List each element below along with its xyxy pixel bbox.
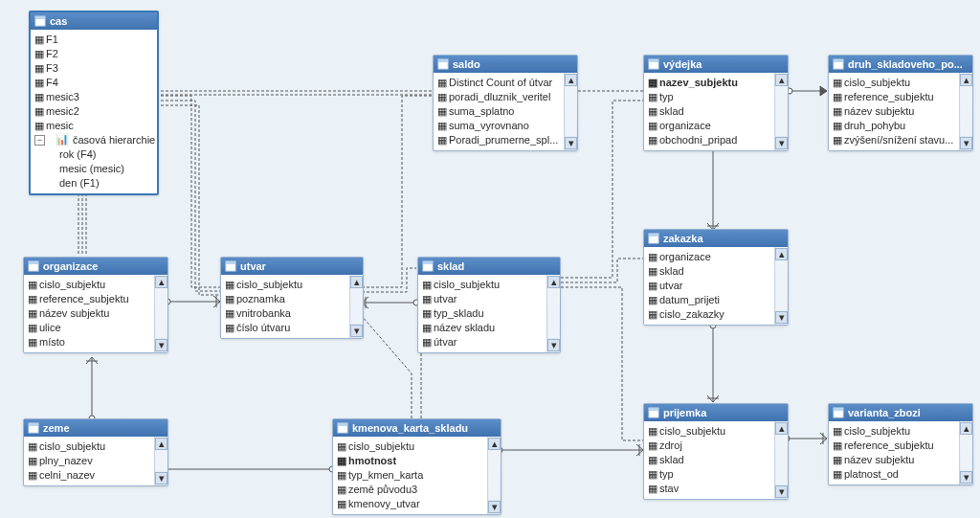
scrollbar[interactable]: ▴▾: [154, 275, 167, 352]
field[interactable]: ▦zvýšení/snížení stavu...: [831, 132, 959, 146]
scrollbar[interactable]: ▴▾: [959, 73, 972, 150]
table-kmenova[interactable]: kmenova_karta_skladu ▦cislo_subjektu ▦hm…: [332, 418, 501, 515]
scroll-down-icon[interactable]: ▾: [155, 472, 167, 484]
table-druh-sklad[interactable]: druh_skladoveho_po... ▦cislo_subjektu ▦r…: [828, 55, 973, 151]
field[interactable]: ▦sklad: [646, 103, 774, 118]
scrollbar[interactable]: ▴▾: [774, 247, 788, 325]
field[interactable]: ▦utvar: [420, 291, 546, 305]
field[interactable]: ▦suma_splatno: [435, 103, 564, 118]
field[interactable]: ▦mesic3: [33, 89, 157, 103]
scroll-up-icon[interactable]: ▴: [960, 422, 972, 435]
field[interactable]: ▦vnitrobanka: [223, 305, 349, 320]
field[interactable]: ▦typ_skladu: [420, 305, 546, 320]
table-header[interactable]: utvar: [221, 258, 363, 275]
table-utvar[interactable]: utvar ▦cislo_subjektu ▦poznamka ▦vnitrob…: [220, 257, 364, 339]
field[interactable]: ▦F1: [33, 32, 157, 46]
table-cas[interactable]: cas ▦F1 ▦F2 ▦F3 ▦F4 ▦mesic3 ▦mesic2 ▦mes…: [29, 11, 159, 195]
field[interactable]: ▦kmenovy_utvar: [335, 496, 487, 510]
hierarchy[interactable]: −📊časová hierarchie: [33, 132, 157, 146]
field[interactable]: ▦útvar: [420, 334, 546, 349]
table-header[interactable]: sklad: [418, 258, 560, 275]
field[interactable]: ▦cislo_subjektu: [831, 75, 959, 89]
field[interactable]: ▦stav: [646, 481, 774, 495]
scrollbar[interactable]: ▴▾: [349, 275, 363, 338]
field[interactable]: ▦organizace: [646, 249, 774, 263]
field[interactable]: ▦název subjektu: [831, 103, 959, 118]
field[interactable]: ▦typ: [646, 466, 774, 481]
scroll-up-icon[interactable]: ▴: [775, 422, 788, 435]
scroll-down-icon[interactable]: ▾: [155, 339, 167, 351]
field[interactable]: ▦reference_subjektu: [26, 291, 154, 305]
table-prijemka[interactable]: prijemka ▦cislo_subjektu ▦zdroj ▦sklad ▦…: [643, 403, 789, 500]
field[interactable]: ▦utvar: [646, 278, 774, 292]
field[interactable]: ▦cislo_subjektu: [420, 277, 546, 291]
table-vydejka[interactable]: výdejka ▦nazev_subjektu ▦typ ▦sklad ▦org…: [643, 55, 789, 151]
field[interactable]: ▦mesic2: [33, 103, 157, 118]
field[interactable]: ▦typ_kmen_karta: [335, 467, 487, 482]
scrollbar[interactable]: ▴▾: [154, 437, 167, 485]
table-zakazka[interactable]: zakazka ▦organizace ▦sklad ▦utvar ▦datum…: [643, 229, 789, 326]
collapse-icon[interactable]: −: [34, 135, 45, 146]
table-varianta[interactable]: varianta_zbozi ▦cislo_subjektu ▦referenc…: [828, 403, 973, 485]
field[interactable]: ▦název subjektu: [831, 452, 959, 466]
scroll-down-icon[interactable]: ▾: [960, 137, 972, 149]
table-header[interactable]: zakazka: [644, 230, 788, 247]
field[interactable]: ▦typ: [646, 89, 774, 103]
scrollbar[interactable]: ▴▾: [564, 73, 577, 150]
scroll-up-icon[interactable]: ▴: [775, 74, 788, 86]
field[interactable]: ▦reference_subjektu: [831, 438, 959, 452]
scroll-up-icon[interactable]: ▴: [565, 74, 577, 86]
field[interactable]: ▦nazev_subjektu: [646, 75, 774, 89]
table-organizace[interactable]: organizace ▦cislo_subjektu ▦reference_su…: [23, 257, 168, 353]
scroll-down-icon[interactable]: ▾: [775, 311, 788, 324]
field[interactable]: ▦F2: [33, 46, 157, 60]
table-header[interactable]: cas: [31, 12, 157, 30]
field[interactable]: ▦zdroj: [646, 438, 774, 452]
scroll-down-icon[interactable]: ▾: [775, 485, 788, 498]
hierarchy-level[interactable]: den (F1): [33, 175, 157, 190]
field[interactable]: ▦F4: [33, 75, 157, 89]
field[interactable]: ▦číslo útvaru: [223, 320, 349, 334]
field[interactable]: ▦F3: [33, 60, 157, 75]
field[interactable]: ▦plny_nazev: [26, 453, 154, 467]
scrollbar[interactable]: ▴▾: [774, 73, 788, 150]
table-header[interactable]: zeme: [24, 419, 167, 437]
scroll-down-icon[interactable]: ▾: [488, 501, 501, 513]
scroll-up-icon[interactable]: ▴: [488, 438, 501, 450]
field[interactable]: ▦cislo_subjektu: [223, 277, 349, 291]
field[interactable]: ▦cislo_subjektu: [646, 423, 774, 438]
field[interactable]: ▦země původu3: [335, 482, 487, 496]
scrollbar[interactable]: ▴▾: [774, 421, 788, 499]
scrollbar[interactable]: ▴▾: [959, 421, 972, 484]
field[interactable]: ▦poradi_dluznik_veritel: [435, 89, 564, 103]
field[interactable]: ▦suma_vyrovnano: [435, 118, 564, 132]
table-header[interactable]: saldo: [434, 56, 577, 73]
field[interactable]: ▦sklad: [646, 452, 774, 466]
scroll-down-icon[interactable]: ▾: [960, 471, 972, 484]
field[interactable]: ▦název subjektu: [26, 305, 154, 320]
field[interactable]: ▦cislo_subjektu: [26, 439, 154, 453]
field[interactable]: ▦sklad: [646, 263, 774, 278]
table-header[interactable]: kmenova_karta_skladu: [333, 419, 501, 437]
field[interactable]: ▦Distinct Count of útvar: [435, 75, 564, 89]
scrollbar[interactable]: ▴▾: [546, 275, 560, 352]
scroll-down-icon[interactable]: ▾: [565, 137, 577, 149]
field[interactable]: ▦organizace: [646, 118, 774, 132]
field[interactable]: ▦mesic: [33, 118, 157, 132]
scroll-up-icon[interactable]: ▴: [350, 276, 363, 288]
scroll-down-icon[interactable]: ▾: [350, 325, 363, 337]
table-header[interactable]: varianta_zbozi: [829, 404, 972, 421]
table-header[interactable]: výdejka: [644, 56, 788, 73]
table-zeme[interactable]: zeme ▦cislo_subjektu ▦plny_nazev ▦celni_…: [23, 418, 168, 486]
field[interactable]: ▦název skladu: [420, 320, 546, 334]
table-sklad[interactable]: sklad ▦cislo_subjektu ▦utvar ▦typ_skladu…: [417, 257, 561, 353]
scroll-down-icon[interactable]: ▾: [775, 137, 788, 149]
field[interactable]: ▦celni_nazev: [26, 467, 154, 482]
table-saldo[interactable]: saldo ▦Distinct Count of útvar ▦poradi_d…: [433, 55, 578, 151]
field[interactable]: ▦cislo_zakazky: [646, 306, 774, 321]
field[interactable]: ▦datum_prijeti: [646, 292, 774, 306]
scroll-up-icon[interactable]: ▴: [775, 248, 788, 260]
hierarchy-level[interactable]: rok (F4): [33, 146, 157, 161]
field[interactable]: ▦hmotnost: [335, 453, 487, 467]
table-header[interactable]: druh_skladoveho_po...: [829, 56, 972, 73]
